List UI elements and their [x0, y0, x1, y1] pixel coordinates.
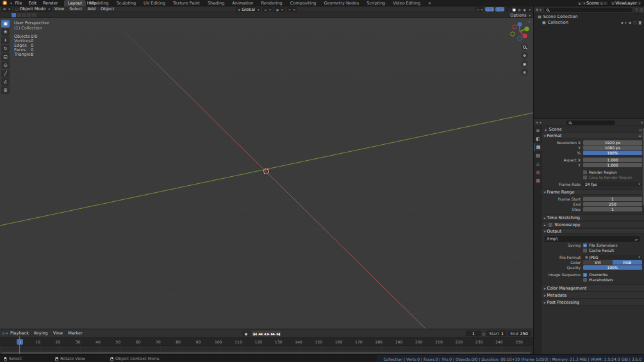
- play-button[interactable]: ▶: [267, 332, 269, 336]
- select-mode-subtract-button[interactable]: [22, 13, 26, 17]
- stereoscopy-checkbox[interactable]: [549, 223, 552, 227]
- hide-eye-icon[interactable]: ◉: [629, 21, 631, 24]
- tool-select-box[interactable]: ▣: [1, 20, 10, 28]
- add-workspace-button[interactable]: +: [424, 0, 435, 6]
- tab-render-properties[interactable]: ◧: [534, 135, 542, 143]
- zoom-button[interactable]: [521, 44, 528, 51]
- tab-geometry-nodes[interactable]: Geometry Nodes: [320, 0, 363, 6]
- transform-orientation-dropdown[interactable]: ⊕ Global ▾: [236, 7, 261, 12]
- properties-options-caret-icon[interactable]: ▾: [641, 120, 643, 124]
- play-reverse-button[interactable]: ◀: [263, 332, 265, 336]
- editor-type-selector[interactable]: ⊞ ▾: [1, 7, 12, 12]
- tab-modeling[interactable]: Modeling: [86, 0, 113, 6]
- frame-rate-dropdown[interactable]: 24 fps▾: [583, 182, 642, 186]
- properties-editor-icon[interactable]: ≡: [536, 120, 538, 124]
- select-mode-intersect-button[interactable]: [32, 13, 37, 17]
- tab-layout[interactable]: Layout: [64, 0, 86, 6]
- mode-selector[interactable]: □ Object Mode ▾: [13, 7, 52, 12]
- tab-tool-properties[interactable]: ⊛: [534, 126, 542, 135]
- frame-step-field[interactable]: 1: [583, 207, 642, 211]
- folder-icon[interactable]: ▱: [634, 237, 638, 242]
- perspective-toggle-button[interactable]: ⊞: [521, 69, 528, 76]
- file-format-dropdown[interactable]: ▦JPEG▾: [583, 255, 642, 259]
- render-region-checkbox[interactable]: [583, 170, 587, 174]
- tool-cursor[interactable]: ⊕: [1, 28, 10, 36]
- xray-toggle[interactable]: ◫ ▾: [495, 7, 504, 12]
- timeline-scrollbar[interactable]: [1, 352, 531, 354]
- outliner-new-collection-icon[interactable]: ◫: [640, 8, 643, 12]
- properties-search-input[interactable]: [566, 120, 615, 125]
- timeline-track-area[interactable]: [0, 346, 533, 355]
- frame-end-field[interactable]: 250: [583, 202, 642, 206]
- disable-render-icon[interactable]: ◙: [638, 21, 641, 24]
- section-post-processing[interactable]: ▸ Post Processing: [542, 299, 644, 306]
- pin-icon[interactable]: ⊙: [639, 128, 642, 132]
- outliner-display-mode-icon[interactable]: ≣: [536, 8, 538, 12]
- menu-add[interactable]: Add: [85, 6, 98, 12]
- tab-texture-paint[interactable]: Texture Paint: [169, 0, 204, 6]
- tool-scale[interactable]: ◱: [1, 53, 10, 61]
- unlink-scene-icon[interactable]: ×: [604, 1, 606, 5]
- tab-animation[interactable]: Animation: [228, 0, 257, 6]
- section-output[interactable]: ▾ Output: [542, 228, 644, 234]
- crop-region-checkbox[interactable]: [583, 176, 587, 179]
- proportional-editing-toggle[interactable]: ◉ ▾: [274, 7, 285, 12]
- menu-edit[interactable]: Edit: [25, 1, 40, 6]
- placeholders-checkbox[interactable]: [583, 278, 587, 282]
- outliner-filter-icon[interactable]: ▽: [635, 8, 638, 12]
- tab-video-editing[interactable]: Video Editing: [389, 0, 424, 6]
- tab-sculpting[interactable]: Sculpting: [113, 0, 140, 6]
- section-stereoscopy[interactable]: ▸ Stereoscopy: [542, 221, 644, 228]
- outliner-search-input[interactable]: [544, 8, 633, 12]
- section-format[interactable]: ▾ Format ≡: [542, 133, 644, 138]
- current-frame-field[interactable]: 1: [466, 331, 481, 336]
- viewport-canvas[interactable]: ▣ ⊕ + ↻ ◱ ◎ ╱ ∠ ⊞ User Perspective (1) C…: [0, 18, 533, 329]
- tab-scripting[interactable]: Scripting: [363, 0, 389, 6]
- section-color-management[interactable]: ▸ Color Management: [542, 284, 644, 292]
- new-scene-icon[interactable]: ⧉: [600, 1, 603, 6]
- remove-viewlayer-icon[interactable]: ×: [638, 1, 641, 5]
- menu-select[interactable]: Select: [67, 6, 85, 12]
- section-time-stretching[interactable]: ▸ Time Stretching: [542, 214, 644, 221]
- sidebar-collapse-icon[interactable]: «: [528, 19, 531, 24]
- file-extensions-checkbox[interactable]: ✓: [583, 243, 587, 247]
- snap-toggle[interactable]: ∪ ▾: [262, 7, 272, 12]
- shading-rendered-button[interactable]: ◉: [522, 8, 526, 12]
- tool-measure[interactable]: ∠: [1, 78, 10, 86]
- menu-keying[interactable]: Keying: [31, 331, 51, 336]
- tab-texture-properties[interactable]: ▩: [534, 176, 542, 185]
- select-mode-invert-button[interactable]: [27, 13, 31, 17]
- tab-compositing[interactable]: Compositing: [286, 0, 320, 6]
- next-keyframe-button[interactable]: ▶▶: [271, 332, 275, 336]
- color-bw-button[interactable]: BW: [583, 260, 613, 265]
- menu-view[interactable]: View: [52, 6, 67, 12]
- menu-marker[interactable]: Marker: [65, 331, 85, 336]
- frame-start-timeline-field[interactable]: Start1: [486, 331, 506, 336]
- shading-material-button[interactable]: ◍: [517, 8, 521, 12]
- tab-scene-properties[interactable]: △: [534, 160, 542, 168]
- color-rgb-button[interactable]: RGB: [613, 260, 642, 265]
- menu-timeline-view[interactable]: View: [51, 331, 65, 336]
- previous-keyframe-button[interactable]: ◀◀: [258, 332, 262, 336]
- tab-view-layer-properties[interactable]: ▧: [534, 151, 542, 160]
- section-metadata[interactable]: ▸ Metadata: [542, 292, 644, 299]
- tab-rendering[interactable]: Rendering: [257, 0, 286, 6]
- section-frame-range[interactable]: ▾ Frame Range: [542, 189, 644, 195]
- shading-wireframe-button[interactable]: ◌: [507, 8, 511, 12]
- aspect-y-field[interactable]: 1.000: [583, 163, 642, 167]
- show-overlays-toggle[interactable]: ◎ ▾: [485, 7, 494, 12]
- exclude-checkbox-icon[interactable]: ▪: [621, 21, 623, 24]
- outliner-item-collection[interactable]: ▦ Collection ▪ ▸ ◉ □ ◙: [534, 19, 644, 25]
- resolution-y-field[interactable]: 1080 px: [583, 145, 642, 150]
- viewlayer-selector[interactable]: ⧉ ViewLayer ×: [610, 1, 643, 6]
- frame-end-timeline-field[interactable]: End250: [508, 331, 531, 336]
- camera-view-button[interactable]: ▣: [521, 60, 528, 67]
- pan-button[interactable]: ✣: [521, 52, 528, 59]
- menu-render[interactable]: Render: [40, 1, 61, 6]
- frame-start-field[interactable]: 1: [583, 197, 642, 201]
- tool-add-cube[interactable]: ⊞: [1, 86, 10, 94]
- tool-transform[interactable]: ◎: [1, 62, 10, 69]
- selectable-icon[interactable]: ▸: [625, 21, 627, 24]
- options-dropdown[interactable]: Options ▾: [510, 13, 531, 18]
- tool-rotate[interactable]: ↻: [1, 45, 10, 53]
